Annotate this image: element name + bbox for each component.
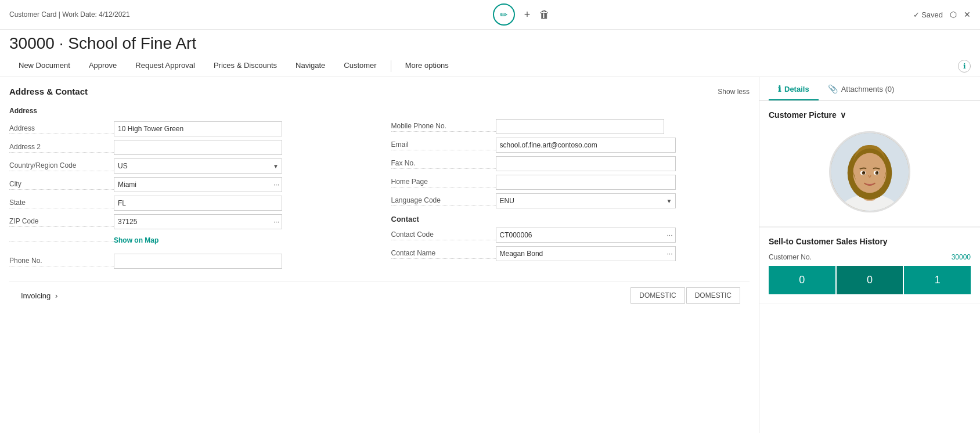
city-value: Miami <box>118 181 136 189</box>
top-bar-actions: ✏ + 🗑 <box>493 3 550 26</box>
email-input[interactable] <box>496 138 676 153</box>
email-label: Email <box>391 140 496 150</box>
tab-approve[interactable]: Approve <box>80 55 126 77</box>
contact-code-value: CT000006 <box>500 231 532 239</box>
customer-avatar-svg <box>831 133 909 211</box>
show-on-map-spacer <box>9 240 114 241</box>
tab-attachments[interactable]: 📎 Attachments (0) <box>819 77 904 100</box>
zip-input-wrap: 37125 ··· <box>114 214 282 229</box>
right-form-col: Mobile Phone No. Email Fax No. Home Page <box>391 104 750 272</box>
country-select-wrap: US ▼ <box>114 158 282 174</box>
invoicing-label: Invoicing <box>21 291 51 300</box>
saved-label: ✓ Saved <box>913 10 943 19</box>
zip-row: ZIP Code 37125 ··· <box>9 214 368 230</box>
show-on-map-link[interactable]: Show on Map <box>114 236 158 244</box>
content-area: Address & Contact Show less Address Addr… <box>0 77 759 433</box>
fax-label: Fax No. <box>391 159 496 169</box>
language-label: Language Code <box>391 196 496 206</box>
homepage-input[interactable] <box>496 175 676 190</box>
customer-no-label: Customer No. <box>769 253 812 261</box>
svg-point-6 <box>853 153 886 193</box>
country-label: Country/Region Code <box>9 161 114 171</box>
show-less-link[interactable]: Show less <box>718 88 750 96</box>
main-layout: Address & Contact Show less Address Addr… <box>0 77 980 433</box>
info-button[interactable]: ℹ <box>958 60 971 73</box>
svg-point-11 <box>863 172 865 174</box>
sales-cards: 0 0 1 <box>769 266 971 294</box>
delete-button[interactable]: 🗑 <box>539 9 550 21</box>
mobile-phone-label: Mobile Phone No. <box>391 122 496 132</box>
city-dots-button[interactable]: ··· <box>273 181 279 189</box>
city-input-wrap: Miami ··· <box>114 177 282 192</box>
domestic-badge-2[interactable]: DOMESTIC <box>686 287 740 304</box>
sales-history-section: Sell-to Customer Sales History Customer … <box>759 228 980 304</box>
edit-button[interactable]: ✏ <box>493 3 515 26</box>
sales-card-1[interactable]: 0 <box>837 266 903 294</box>
domestic-badge-1[interactable]: DOMESTIC <box>630 287 684 304</box>
tab-details-label: Details <box>784 85 809 93</box>
right-panel: ℹ Details 📎 Attachments (0) Customer Pic… <box>759 77 980 433</box>
language-row: Language Code ENU ▼ <box>391 193 750 209</box>
customer-picture-label: Customer Picture <box>769 110 837 120</box>
address2-row: Address 2 <box>9 139 368 156</box>
phone-input[interactable] <box>114 254 282 269</box>
customer-picture-section: Customer Picture ∨ <box>759 101 980 227</box>
section-header: Address & Contact Show less <box>9 86 750 96</box>
picture-container <box>769 127 971 217</box>
homepage-row: Home Page <box>391 174 750 190</box>
customer-no-value[interactable]: 30000 <box>952 253 971 261</box>
domestic-badges: DOMESTIC DOMESTIC <box>630 287 740 304</box>
sales-card-2[interactable]: 1 <box>904 266 971 294</box>
customer-avatar <box>829 131 910 212</box>
contact-name-value: Meagan Bond <box>500 250 543 258</box>
mobile-phone-input[interactable] <box>496 119 664 134</box>
details-icon: ℹ <box>778 84 781 93</box>
zip-value: 37125 <box>118 218 137 226</box>
contact-name-label: Contact Name <box>391 249 496 259</box>
sales-card-0[interactable]: 0 <box>769 266 835 294</box>
tab-request-approval[interactable]: Request Approval <box>126 55 204 77</box>
attachments-icon: 📎 <box>828 84 838 93</box>
state-row: State <box>9 195 368 211</box>
nav-separator <box>391 60 391 72</box>
city-row: City Miami ··· <box>9 176 368 193</box>
country-select[interactable]: US <box>114 158 282 174</box>
contact-code-dots-button[interactable]: ··· <box>666 231 672 239</box>
phone-label: Phone No. <box>9 257 114 266</box>
add-button[interactable]: + <box>524 9 531 21</box>
address-group-label: Address <box>9 107 368 115</box>
top-bar: Customer Card | Work Date: 4/12/2021 ✏ +… <box>0 0 980 30</box>
left-form-col: Address Address Address 2 Country/Region… <box>9 104 368 272</box>
language-select[interactable]: ENU <box>496 193 676 208</box>
page-title: 30000 · School of Fine Art <box>9 34 971 53</box>
address2-input[interactable] <box>114 140 282 155</box>
customer-picture-title[interactable]: Customer Picture ∨ <box>769 110 971 120</box>
tab-prices-discounts[interactable]: Prices & Discounts <box>204 55 286 77</box>
fax-input[interactable] <box>496 156 676 171</box>
tab-more-options[interactable]: More options <box>396 55 458 77</box>
state-input[interactable] <box>114 196 282 211</box>
tab-new-document[interactable]: New Document <box>9 55 80 77</box>
contact-code-label: Contact Code <box>391 230 496 240</box>
invoicing-footer: Invoicing › DOMESTIC DOMESTIC <box>9 281 750 309</box>
address2-label: Address 2 <box>9 143 114 153</box>
expand-button[interactable]: ⬡ <box>950 10 957 19</box>
contact-code-wrap: CT000006 ··· <box>496 228 676 243</box>
contact-header: Contact <box>391 215 750 223</box>
country-row: Country/Region Code US ▼ <box>9 158 368 174</box>
tab-details[interactable]: ℹ Details <box>769 77 819 100</box>
address-label: Address <box>9 124 114 134</box>
tab-customer[interactable]: Customer <box>334 55 385 77</box>
zip-label: ZIP Code <box>9 217 114 227</box>
fax-row: Fax No. <box>391 156 750 172</box>
contact-name-dots-button[interactable]: ··· <box>666 250 672 258</box>
customer-picture-chevron-icon: ∨ <box>840 110 846 120</box>
invoicing-link[interactable]: Invoicing › <box>19 291 57 300</box>
tab-navigate[interactable]: Navigate <box>286 55 334 77</box>
customer-no-row: Customer No. 30000 <box>769 253 971 261</box>
address-input[interactable] <box>114 121 282 136</box>
sales-history-title: Sell-to Customer Sales History <box>769 237 971 246</box>
section-title: Address & Contact <box>9 86 88 96</box>
zip-dots-button[interactable]: ··· <box>273 218 279 226</box>
collapse-button[interactable]: ✕ <box>964 10 971 19</box>
